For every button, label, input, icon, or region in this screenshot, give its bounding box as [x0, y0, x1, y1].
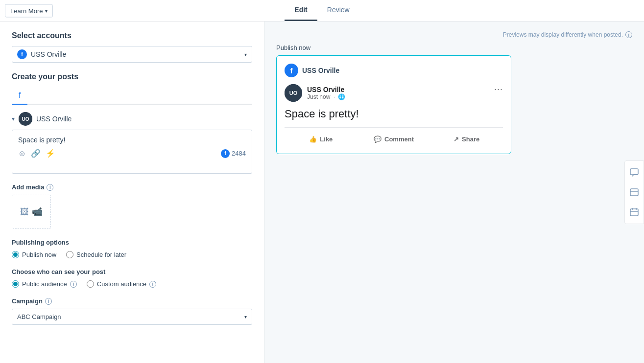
preview-account-name: USS Orville: [307, 86, 345, 93]
add-media-label: Add media i: [12, 183, 252, 191]
like-label: Like: [320, 136, 333, 143]
learn-more-label: Learn More: [10, 7, 43, 14]
lightning-icon[interactable]: ⚡: [46, 149, 55, 158]
custom-audience-option[interactable]: Custom audience i: [87, 280, 156, 288]
preview-actions: 👍 Like 💬 Comment ↗ Share: [285, 127, 503, 146]
public-audience-option[interactable]: Public audience i: [12, 280, 77, 288]
facebook-icon-small: f: [17, 49, 27, 59]
publish-now-radio[interactable]: [12, 251, 19, 258]
public-audience-radio[interactable]: [12, 280, 19, 288]
preview-post-text: Space is pretty!: [285, 108, 503, 120]
add-media-section: Add media i 🖼 📹: [12, 183, 252, 229]
learn-more-button[interactable]: Learn More ▾: [5, 4, 53, 17]
facebook-char-count-icon: f: [221, 149, 230, 158]
schedule-later-option[interactable]: Schedule for later: [66, 251, 126, 258]
preview-facebook-icon: f: [285, 64, 298, 77]
preview-card-header: f USS Orville: [285, 64, 503, 77]
share-icon: ↗: [453, 136, 459, 143]
sidebar-browser-icon[interactable]: [626, 184, 642, 200]
publish-now-option[interactable]: Publish now: [12, 251, 56, 258]
svg-text:UO: UO: [22, 116, 29, 122]
audience-label: Choose who can see your post: [12, 268, 252, 275]
campaign-info-icon[interactable]: i: [45, 298, 52, 305]
learn-more-chevron: ▾: [45, 8, 48, 13]
tab-edit[interactable]: Edit: [285, 0, 317, 21]
preview-more-options[interactable]: ···: [494, 84, 503, 94]
char-count: f 2484: [221, 149, 246, 158]
svg-rect-7: [630, 209, 638, 216]
comment-label: Comment: [384, 136, 414, 143]
preview-account-info: UO USS Orville Just now · 🌐: [285, 84, 345, 102]
like-icon: 👍: [309, 136, 317, 143]
post-section-chevron[interactable]: ▾: [12, 115, 15, 122]
share-label: Share: [462, 136, 479, 143]
campaign-section: Campaign i ABC Campaign ▾: [12, 297, 252, 325]
campaign-value: ABC Campaign: [17, 313, 61, 320]
right-sidebar: [624, 160, 644, 224]
preview-card: f USS Orville UO USS Orville Just: [276, 55, 511, 154]
post-toolbar: ☺ 🔗 ⚡ f 2484: [18, 149, 246, 158]
platform-tab-facebook[interactable]: f: [12, 87, 27, 105]
main-tabs: Edit Review: [285, 0, 359, 21]
sidebar-chat-icon[interactable]: [626, 165, 642, 181]
share-action[interactable]: ↗ Share: [430, 133, 503, 146]
public-audience-label: Public audience: [22, 280, 67, 288]
svg-rect-5: [630, 189, 638, 196]
custom-audience-label: Custom audience: [97, 280, 146, 288]
schedule-later-label: Schedule for later: [76, 251, 126, 258]
preview-post-header: UO USS Orville Just now · 🌐 ···: [285, 84, 503, 102]
custom-audience-radio[interactable]: [87, 280, 94, 288]
globe-icon: 🌐: [338, 93, 345, 100]
preview-avatar: UO: [285, 84, 302, 102]
comment-icon: 💬: [374, 136, 382, 143]
audience-radio-group: Public audience i Custom audience i: [12, 280, 252, 288]
post-toolbar-icons: ☺ 🔗 ⚡: [18, 149, 55, 158]
top-bar: Learn More ▾ Edit Review: [0, 0, 644, 22]
video-upload-icon: 📹: [32, 206, 43, 217]
publish-label: Publish now: [276, 44, 632, 51]
comment-action[interactable]: 💬 Comment: [358, 133, 430, 146]
campaign-label: Campaign i: [12, 297, 252, 305]
attach-icon[interactable]: 🔗: [31, 149, 41, 158]
post-text-content[interactable]: Space is pretty!: [18, 136, 246, 144]
post-account-avatar: UO: [19, 112, 32, 126]
audience-section: Choose who can see your post Public audi…: [12, 268, 252, 288]
public-audience-info-icon[interactable]: i: [70, 281, 77, 288]
post-account-header: ▾ UO USS Orville: [12, 112, 252, 126]
image-upload-icon: 🖼: [20, 207, 29, 217]
post-account-name: USS Orville: [36, 115, 72, 123]
sidebar-calendar-icon[interactable]: [626, 204, 642, 220]
create-posts-title: Create your posts: [12, 72, 252, 81]
publishing-options-label: Publishing options: [12, 239, 252, 246]
emoji-icon[interactable]: ☺: [18, 149, 26, 158]
like-action[interactable]: 👍 Like: [285, 133, 358, 146]
main-layout: Select accounts f USS Orville ▾ Create y…: [0, 22, 644, 363]
campaign-select-dropdown[interactable]: ABC Campaign ▾: [12, 309, 252, 325]
preview-platform-name: USS Orville: [302, 67, 339, 74]
preview-info-icon[interactable]: i: [625, 31, 632, 38]
campaign-chevron: ▾: [244, 314, 247, 319]
select-accounts-title: Select accounts: [12, 31, 252, 40]
add-media-info-icon[interactable]: i: [47, 184, 53, 191]
tab-review[interactable]: Review: [317, 0, 359, 21]
char-count-value: 2484: [232, 150, 246, 157]
publishing-options-section: Publishing options Publish now Schedule …: [12, 239, 252, 258]
account-select-left: f USS Orville: [17, 49, 66, 59]
svg-text:UO: UO: [289, 90, 298, 96]
publishing-options-radio-group: Publish now Schedule for later: [12, 251, 252, 258]
preview-time: Just now · 🌐: [307, 93, 345, 100]
account-select-dropdown[interactable]: f USS Orville ▾: [12, 46, 252, 63]
schedule-later-radio[interactable]: [66, 251, 73, 258]
media-upload-box[interactable]: 🖼 📹: [12, 195, 51, 229]
publish-now-label: Publish now: [22, 251, 56, 258]
svg-rect-4: [630, 169, 638, 175]
post-text-area[interactable]: Space is pretty! ☺ 🔗 ⚡ f 2484: [12, 130, 252, 174]
preview-note: Previews may display differently when po…: [276, 31, 632, 38]
left-panel: Select accounts f USS Orville ▾ Create y…: [0, 22, 264, 363]
custom-audience-info-icon[interactable]: i: [149, 281, 156, 288]
selected-account-name: USS Orville: [31, 50, 66, 58]
right-panel: Previews may display differently when po…: [264, 22, 644, 363]
post-section: ▾ UO USS Orville Space is pretty! ☺ 🔗 ⚡: [12, 112, 252, 174]
platform-tabs: f: [12, 87, 252, 105]
account-select-chevron: ▾: [244, 52, 247, 57]
